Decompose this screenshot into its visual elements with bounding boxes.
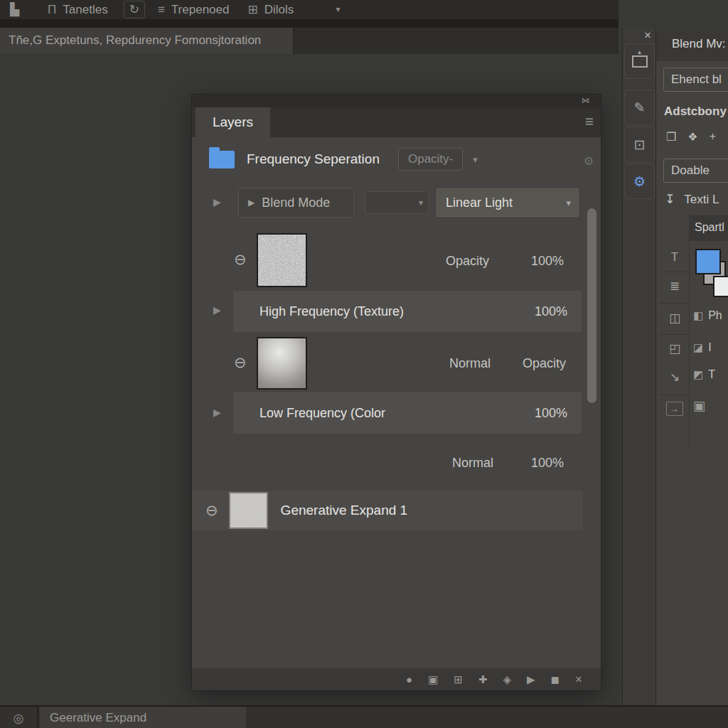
gear-icon: ⚙	[633, 173, 646, 190]
layer-row-high-frequency[interactable]: High Frequency (Texture) 100%	[233, 291, 582, 332]
row-label: Ph	[708, 309, 722, 322]
effects-diamond-icon[interactable]: ◈	[503, 673, 512, 686]
blend-mode-select[interactable]: Linear Light ▾	[437, 188, 579, 217]
text-row-label: Texti L	[684, 193, 719, 207]
row-ph[interactable]: ◧ Ph	[693, 309, 722, 322]
adjustment-icon[interactable]: ✚	[478, 673, 488, 686]
panels-icon[interactable]: ◫	[666, 311, 683, 326]
close-icon[interactable]: ×	[644, 28, 651, 43]
download-icon: ↧	[665, 192, 675, 207]
opacity-value[interactable]: 100%	[531, 254, 564, 269]
light-texture	[230, 493, 267, 528]
toolbar-item-label: Tanetles	[63, 3, 107, 17]
shapes-icon: ⊞	[247, 0, 257, 19]
toolbar-item-trepenoed[interactable]: ≡ Trepenoed	[158, 0, 230, 19]
rotate-layer-icon: ▣	[693, 398, 705, 414]
paragraph-icon[interactable]: ≣	[666, 279, 683, 294]
document-title: Tñe,G Exptetuns, Repdurency Fomonsjtorat…	[0, 28, 293, 48]
layer-opacity-value: 100%	[535, 406, 567, 421]
opacity-value: 100%	[531, 456, 564, 471]
expand-arrow-icon[interactable]: ▶	[213, 407, 221, 418]
visibility-icon[interactable]: ⊖	[234, 354, 247, 371]
move-arrow-icon[interactable]: ↘	[666, 370, 683, 385]
blend-label: Normal	[452, 456, 493, 471]
gear-icon[interactable]: ⚙	[584, 154, 594, 168]
row-label: T	[708, 368, 715, 381]
panel-title-strip: ⋈	[192, 95, 601, 107]
row-extra[interactable]: ▣	[693, 398, 705, 414]
visibility-icon[interactable]: ⊖	[205, 502, 218, 519]
group-opacity-dropdown[interactable]: Opacity-	[398, 148, 463, 171]
fullscreen-icon[interactable]: ❒	[666, 130, 676, 144]
expand-arrow-icon[interactable]: ▶	[213, 304, 221, 316]
doable-button-label: Doable	[671, 164, 710, 178]
visibility-icon[interactable]: ⊖	[234, 251, 247, 268]
layers-panel: ⋈ Layers ≡ Frequency Seperation Opacity-…	[192, 95, 601, 690]
document-tab[interactable]: Tñe,G Exptetuns, Repdurency Fomonsjtorat…	[0, 28, 294, 54]
doable-button[interactable]: Doable	[663, 159, 728, 183]
layer-opacity-value: 100%	[535, 304, 567, 319]
panel-scrollbar[interactable]	[587, 208, 596, 403]
status-label-box: Geerative Expand	[40, 707, 246, 728]
brush-button[interactable]: ✎	[624, 90, 655, 125]
group-icon[interactable]: ◼	[551, 673, 560, 686]
layer-thumbnail-light[interactable]	[229, 492, 268, 529]
blend-mode-value: Linear Light	[446, 196, 513, 210]
toolbar-item-tanetles[interactable]: Π Tanetles	[48, 0, 108, 19]
row-t[interactable]: ◩ T	[693, 368, 715, 381]
collapse-panel-icon[interactable]: ⋈	[582, 96, 589, 105]
status-label: Geerative Expand	[50, 711, 146, 725]
blend-mode-button[interactable]: ▶ Blend Mode	[238, 188, 354, 218]
layer-row-generative-expand[interactable]: ⊖ Generative Expand 1	[192, 491, 583, 530]
export-button[interactable]	[624, 43, 655, 79]
swatch-section-header: Spartl	[689, 215, 728, 241]
chevron-down-icon: ▾	[419, 198, 423, 208]
new-layer-icon[interactable]: ⊞	[454, 673, 463, 686]
shuffle-icon[interactable]: ❖	[687, 130, 697, 144]
layer-name: High Frequency (Texture)	[259, 304, 535, 319]
expand-arrow-icon[interactable]: ▶	[213, 196, 221, 208]
swatch-header-label: Spartl	[689, 215, 728, 234]
layer-thumbnail-blur[interactable]	[257, 337, 307, 390]
divider	[659, 303, 687, 304]
row-i[interactable]: ◪ I	[693, 341, 712, 354]
divider	[659, 334, 687, 335]
type-tool-icon[interactable]: T	[666, 250, 683, 264]
layer-group-row[interactable]: Frequency Seperation Opacity- ▾	[192, 137, 601, 181]
plus-icon[interactable]: +	[710, 130, 716, 144]
fill-circle-icon[interactable]: ●	[406, 673, 412, 685]
divider	[659, 272, 687, 272]
group-name: Frequency Seperation	[247, 151, 380, 167]
toolbar-item-label: Dilols	[264, 3, 294, 17]
shape-icon: ◩	[693, 368, 703, 381]
chevron-down-icon[interactable]: ▾	[473, 154, 478, 165]
artboard-icon[interactable]: ◰	[666, 341, 683, 356]
tab-layers[interactable]: Layers	[196, 107, 270, 137]
empty-dropdown[interactable]: ▾	[365, 191, 429, 214]
boxed-arrow-icon[interactable]: →	[666, 402, 683, 416]
blend-label: Normal	[449, 356, 491, 371]
photoshop-window: ▙ Π Tanetles ↻ ≡ Trepenoed ⊞ Dilols ▾ Tñ…	[0, 0, 728, 728]
effect-button[interactable]: Ehenct bl	[663, 68, 728, 92]
crop-icon: ⊡	[634, 136, 646, 153]
panel-menu-icon[interactable]: ≡	[585, 113, 594, 130]
swatch-blue[interactable]	[695, 249, 721, 274]
layer-mask-icon[interactable]: ▣	[428, 673, 438, 686]
layer-row-low-frequency[interactable]: Low Frequency (Color 100%	[233, 392, 582, 434]
layers-stack-icon[interactable]: ▙	[10, 0, 19, 19]
panel-tab-row: Layers ≡	[192, 107, 601, 137]
sync-button[interactable]: ↻	[124, 1, 145, 18]
settings-button[interactable]: ⚙	[624, 164, 655, 199]
layer-thumbnail-noise[interactable]	[257, 233, 307, 287]
panel-header: Blend Mv:	[656, 28, 728, 61]
swatch-white[interactable]	[713, 276, 728, 297]
toolbar-dropdown-dilols[interactable]: ⊞ Dilols ▾	[247, 0, 340, 19]
text-layer-row[interactable]: ↧ Texti L	[665, 192, 719, 207]
sync-icon: ↻	[129, 0, 139, 19]
play-icon[interactable]: ▶	[527, 673, 535, 686]
delete-layer-icon[interactable]: ×	[575, 673, 582, 687]
chevron-down-icon: ▾	[566, 198, 571, 208]
status-icon-box[interactable]: ◎	[0, 707, 38, 728]
crop-button[interactable]: ⊡	[624, 127, 655, 162]
list-icon: ≡	[158, 0, 165, 19]
